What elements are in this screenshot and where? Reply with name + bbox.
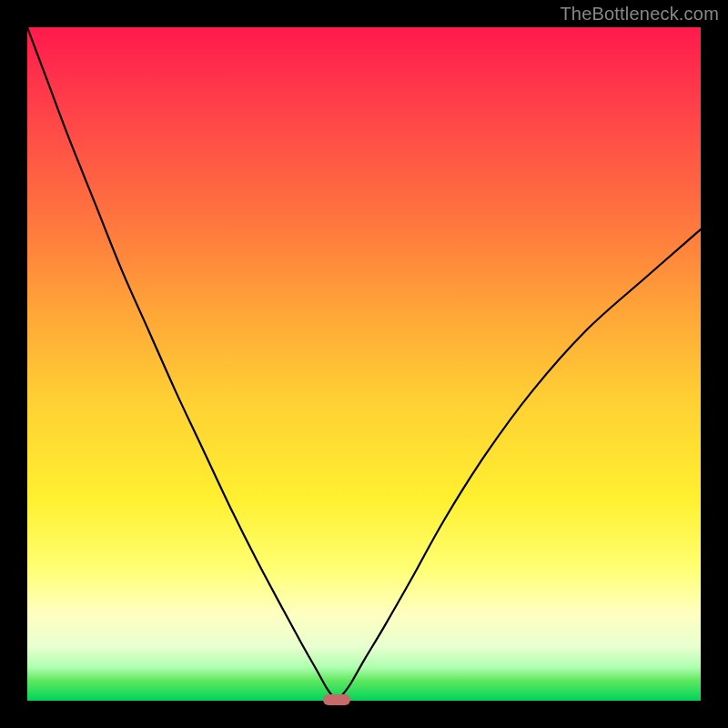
- curve-layer: [27, 27, 701, 701]
- bottleneck-marker: [323, 694, 350, 705]
- curve-right-branch: [340, 229, 701, 697]
- watermark-text: TheBottleneck.com: [560, 4, 719, 25]
- curve-left-branch: [27, 27, 334, 697]
- plot-area: [27, 27, 701, 701]
- chart-container: TheBottleneck.com: [0, 0, 728, 728]
